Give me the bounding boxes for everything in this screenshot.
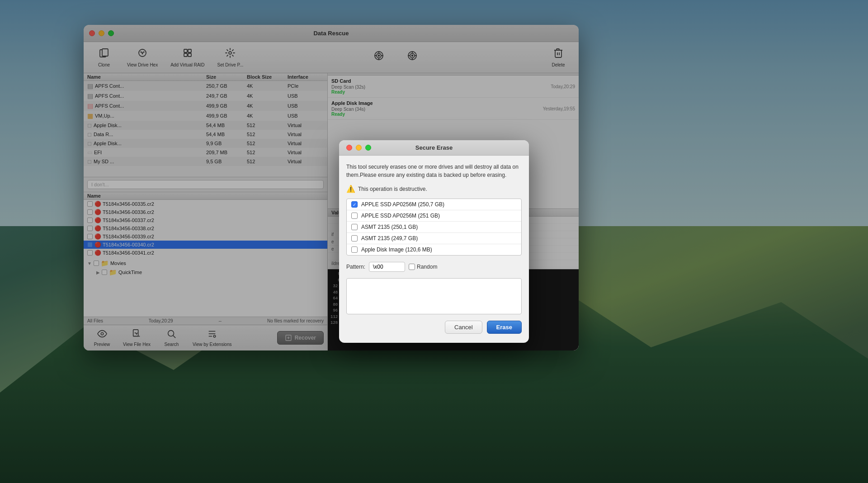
warning-text: This operation is destructive.: [358, 186, 427, 192]
drive-label: APPLE SSD AP0256M (250,7 GB): [361, 201, 444, 208]
dialog-minimize-button[interactable]: [356, 145, 362, 151]
dialog-drive-item[interactable]: APPLE SSD AP0256M (251 GB): [347, 210, 521, 222]
dialog-maximize-button[interactable]: [365, 145, 371, 151]
drive-checkbox-checked[interactable]: ✓: [351, 201, 358, 208]
progress-area: [346, 278, 522, 314]
drive-label: APPLE SSD AP0256M (251 GB): [361, 213, 440, 219]
secure-erase-dialog: Secure Erase This tool securely erases o…: [339, 140, 529, 343]
drive-label: ASMT 2135 (249,7 GB): [361, 235, 418, 242]
dialog-buttons: Cancel Erase: [346, 321, 522, 336]
cancel-button[interactable]: Cancel: [445, 321, 482, 334]
dialog-drive-item[interactable]: ✓ APPLE SSD AP0256M (250,7 GB): [347, 199, 521, 210]
drive-label: Apple Disk Image (120,6 MB): [361, 246, 432, 253]
dialog-traffic-lights: [346, 145, 371, 151]
dialog-body: This tool securely erases one or more dr…: [339, 156, 529, 343]
erase-button[interactable]: Erase: [487, 321, 522, 334]
drive-checkbox[interactable]: [351, 246, 358, 253]
dialog-titlebar: Secure Erase: [339, 140, 529, 156]
drive-label: ASMT 2135 (250,1 GB): [361, 224, 418, 230]
dialog-drive-item[interactable]: ASMT 2135 (250,1 GB): [347, 222, 521, 233]
random-checkbox[interactable]: [409, 264, 415, 270]
dialog-drive-item[interactable]: Apple Disk Image (120,6 MB): [347, 244, 521, 255]
pattern-label: Pattern:: [346, 264, 365, 270]
warning-icon: ⚠️: [346, 185, 355, 193]
dialog-drive-list: ✓ APPLE SSD AP0256M (250,7 GB) APPLE SSD…: [346, 199, 522, 256]
dialog-warning: ⚠️ This operation is destructive.: [346, 185, 522, 193]
dialog-drive-item[interactable]: ASMT 2135 (249,7 GB): [347, 233, 521, 244]
pattern-row: Pattern: Random: [346, 262, 522, 272]
drive-checkbox[interactable]: [351, 235, 358, 242]
drive-checkbox[interactable]: [351, 213, 358, 219]
random-label: Random: [417, 264, 437, 270]
dialog-overlay[interactable]: Secure Erase This tool securely erases o…: [0, 0, 868, 483]
dialog-description: This tool securely erases one or more dr…: [346, 163, 522, 179]
dialog-title: Secure Erase: [415, 144, 453, 151]
drive-checkbox[interactable]: [351, 224, 358, 230]
random-toggle[interactable]: Random: [409, 264, 437, 270]
dialog-close-button[interactable]: [346, 145, 352, 151]
pattern-input[interactable]: [369, 262, 405, 272]
